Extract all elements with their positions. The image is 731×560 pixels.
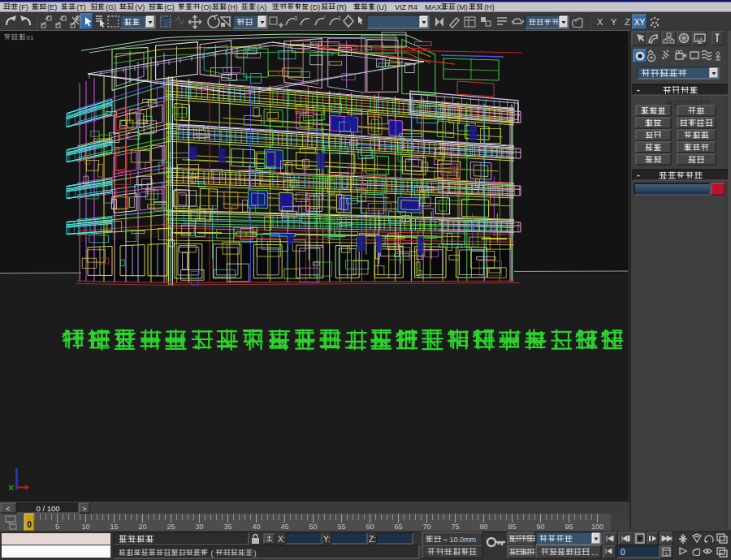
- svg-text:0 / 100: 0 / 100: [36, 504, 59, 513]
- svg-text:XY: XY: [634, 18, 646, 27]
- svg-text:X: X: [597, 17, 603, 27]
- svg-text:X:: X:: [278, 535, 285, 544]
- svg-text:Y: Y: [611, 17, 617, 27]
- svg-text:(C): (C): [164, 3, 175, 11]
- svg-text:3: 3: [294, 15, 297, 21]
- svg-text:15: 15: [110, 523, 118, 531]
- svg-text:(T): (T): [76, 3, 86, 11]
- svg-text:100: 100: [591, 523, 603, 531]
- svg-text:50: 50: [309, 523, 317, 531]
- svg-text:20: 20: [138, 523, 146, 531]
- svg-text:): ): [253, 549, 256, 558]
- svg-text:40: 40: [252, 523, 260, 531]
- svg-text:1: 1: [338, 15, 341, 21]
- svg-text:Z: Z: [625, 17, 630, 27]
- svg-text:LA: LA: [697, 37, 703, 41]
- svg-text:60: 60: [366, 523, 374, 531]
- svg-text:...: ...: [591, 548, 598, 557]
- svg-text:35: 35: [223, 523, 231, 531]
- svg-text:VIZ R4: VIZ R4: [395, 3, 417, 11]
- svg-text:-: -: [637, 84, 640, 94]
- svg-text:(E): (E): [47, 3, 57, 11]
- svg-text:0: 0: [27, 520, 32, 529]
- svg-text:90: 90: [536, 523, 544, 531]
- svg-text:(V): (V): [135, 3, 145, 11]
- svg-text:-: -: [637, 170, 640, 179]
- svg-text:25: 25: [167, 523, 175, 531]
- svg-text:Z:: Z:: [369, 535, 376, 544]
- svg-text:(F): (F): [19, 3, 28, 11]
- svg-text:45: 45: [280, 523, 288, 531]
- svg-text:Y:: Y:: [323, 535, 331, 544]
- svg-text:(A): (A): [257, 3, 266, 11]
- svg-text:(D): (D): [310, 3, 321, 11]
- svg-text:(O): (O): [201, 3, 211, 11]
- svg-text:0: 0: [621, 548, 625, 557]
- svg-text:65: 65: [394, 523, 402, 531]
- svg-text:95: 95: [564, 523, 573, 531]
- svg-text:30: 30: [195, 523, 203, 531]
- svg-text:= 10.0mm: = 10.0mm: [443, 536, 476, 544]
- svg-text:01: 01: [27, 34, 34, 41]
- svg-text:80: 80: [479, 523, 487, 531]
- svg-text:(: (: [210, 549, 213, 558]
- svg-text:MAX: MAX: [425, 2, 442, 11]
- svg-text:(G): (G): [106, 3, 116, 11]
- svg-text:(U): (U): [376, 3, 387, 11]
- svg-text:<: <: [6, 505, 10, 513]
- svg-text:75: 75: [451, 523, 459, 531]
- svg-text:(M): (M): [456, 3, 468, 11]
- svg-text:(H): (H): [227, 3, 238, 11]
- svg-text:10: 10: [81, 523, 89, 531]
- svg-text:85: 85: [508, 523, 516, 531]
- svg-text:>: >: [82, 505, 86, 513]
- svg-text:5: 5: [55, 523, 59, 531]
- svg-text:55: 55: [337, 523, 345, 531]
- svg-text:°: °: [323, 15, 326, 21]
- svg-text:(H): (H): [484, 3, 495, 11]
- svg-text:(R): (R): [336, 3, 347, 11]
- svg-text:70: 70: [422, 523, 430, 531]
